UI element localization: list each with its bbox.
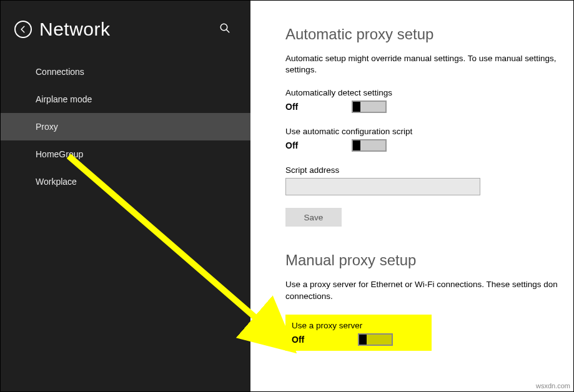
sidebar-header: Network <box>1 1 250 58</box>
sidebar: Network Connections Airplane mode Proxy … <box>1 1 250 391</box>
auto-script-toggle-row: Off <box>285 139 573 152</box>
auto-script-label: Use automatic configuration script <box>285 127 573 136</box>
sidebar-item-homegroup[interactable]: HomeGroup <box>1 140 250 168</box>
script-address-input[interactable] <box>285 178 480 195</box>
arrow-left-icon <box>19 25 27 34</box>
auto-detect-label: Automatically detect settings <box>285 88 573 97</box>
manual-proxy-desc: Use a proxy server for Ethernet or Wi-Fi… <box>285 279 573 301</box>
use-proxy-toggle-row: Off <box>292 333 425 346</box>
sidebar-item-proxy[interactable]: Proxy <box>1 113 250 140</box>
search-button[interactable] <box>219 22 230 36</box>
auto-detect-toggle-row: Off <box>285 100 573 113</box>
svg-line-1 <box>226 29 229 32</box>
auto-detect-state: Off <box>285 102 352 112</box>
toggle-knob <box>353 140 360 150</box>
toggle-knob <box>353 102 360 112</box>
sidebar-item-label: Airplane mode <box>36 94 92 104</box>
sidebar-item-connections[interactable]: Connections <box>1 58 250 86</box>
manual-proxy-heading: Manual proxy setup <box>285 252 573 269</box>
use-proxy-state: Off <box>292 335 358 345</box>
watermark: wsxdn.com <box>536 382 570 390</box>
sidebar-item-label: HomeGroup <box>36 149 83 159</box>
script-address-label: Script address <box>285 165 573 175</box>
nav-list: Connections Airplane mode Proxy HomeGrou… <box>1 58 250 195</box>
toggle-knob <box>359 335 367 345</box>
sidebar-item-label: Workplace <box>36 177 77 187</box>
use-proxy-label: Use a proxy server <box>292 321 425 330</box>
save-button[interactable]: Save <box>285 208 342 227</box>
search-icon <box>219 22 230 34</box>
auto-script-toggle[interactable] <box>352 139 387 152</box>
auto-script-state: Off <box>285 140 352 150</box>
sidebar-item-airplane-mode[interactable]: Airplane mode <box>1 86 250 113</box>
automatic-proxy-desc: Automatic setup might override manual se… <box>285 53 573 76</box>
automatic-proxy-heading: Automatic proxy setup <box>285 26 573 43</box>
sidebar-item-workplace[interactable]: Workplace <box>1 168 250 195</box>
back-button[interactable] <box>14 21 32 38</box>
sidebar-item-label: Proxy <box>36 122 58 132</box>
content-pane: Automatic proxy setup Automatic setup mi… <box>250 1 573 391</box>
use-proxy-toggle[interactable] <box>358 333 393 346</box>
sidebar-item-label: Connections <box>36 67 84 77</box>
auto-detect-toggle[interactable] <box>352 100 387 113</box>
page-title: Network <box>39 19 111 40</box>
annotation-highlight: Use a proxy server Off <box>285 315 432 351</box>
